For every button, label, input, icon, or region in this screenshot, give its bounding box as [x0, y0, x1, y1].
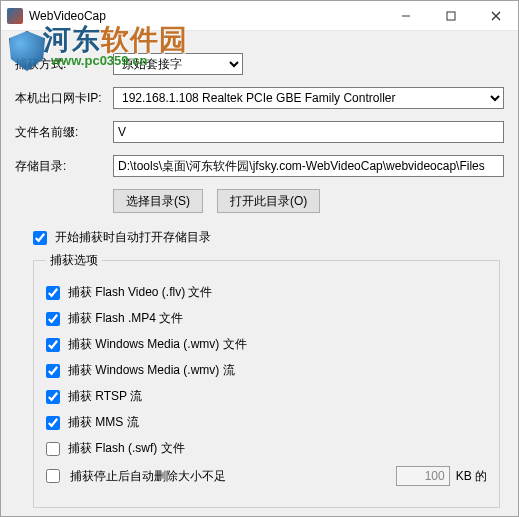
capture-mp4-checkbox[interactable] — [46, 312, 60, 326]
capture-wmv-file-row[interactable]: 捕获 Windows Media (.wmv) 文件 — [46, 336, 487, 353]
kb-suffix-label: KB 的 — [456, 468, 487, 485]
nic-label: 本机出口网卡IP: — [15, 90, 105, 107]
maximize-icon — [446, 11, 456, 21]
capture-swf-row[interactable]: 捕获 Flash (.swf) 文件 — [46, 440, 487, 457]
capture-rtsp-row[interactable]: 捕获 RTSP 流 — [46, 388, 487, 405]
filename-prefix-input[interactable] — [113, 121, 504, 143]
capture-swf-checkbox[interactable] — [46, 442, 60, 456]
titlebar: WebVideoCap — [1, 1, 518, 31]
capture-wmv-stream-label: 捕获 Windows Media (.wmv) 流 — [68, 362, 235, 379]
app-window: WebVideoCap 河东软件园 www.pc0359.cn 捕获方式: 原始… — [0, 0, 519, 517]
minimize-icon — [401, 11, 411, 21]
capture-options-legend: 捕获选项 — [46, 252, 102, 269]
close-icon — [491, 11, 501, 21]
capture-mms-row[interactable]: 捕获 MMS 流 — [46, 414, 487, 431]
auto-open-folder-checkbox[interactable] — [33, 231, 47, 245]
capture-options-group: 捕获选项 捕获 Flash Video (.flv) 文件 捕获 Flash .… — [33, 252, 500, 508]
capture-method-label: 捕获方式: — [15, 56, 105, 73]
nic-select[interactable]: 192.168.1.108 Realtek PCIe GBE Family Co… — [113, 87, 504, 109]
filename-prefix-label: 文件名前缀: — [15, 124, 105, 141]
capture-flv-label: 捕获 Flash Video (.flv) 文件 — [68, 284, 212, 301]
capture-rtsp-checkbox[interactable] — [46, 390, 60, 404]
auto-delete-checkbox[interactable] — [46, 469, 60, 483]
window-title: WebVideoCap — [29, 9, 106, 23]
auto-open-folder-label: 开始捕获时自动打开存储目录 — [55, 229, 211, 246]
capture-wmv-stream-row[interactable]: 捕获 Windows Media (.wmv) 流 — [46, 362, 487, 379]
app-icon — [7, 8, 23, 24]
open-folder-button[interactable]: 打开此目录(O) — [217, 189, 320, 213]
capture-rtsp-label: 捕获 RTSP 流 — [68, 388, 142, 405]
svg-rect-1 — [447, 12, 455, 20]
capture-wmv-file-label: 捕获 Windows Media (.wmv) 文件 — [68, 336, 247, 353]
capture-mms-checkbox[interactable] — [46, 416, 60, 430]
minimize-button[interactable] — [383, 1, 428, 31]
capture-wmv-stream-checkbox[interactable] — [46, 364, 60, 378]
capture-mms-label: 捕获 MMS 流 — [68, 414, 139, 431]
capture-method-select[interactable]: 原始套接字 — [113, 53, 243, 75]
capture-wmv-file-checkbox[interactable] — [46, 338, 60, 352]
choose-folder-button[interactable]: 选择目录(S) — [113, 189, 203, 213]
capture-flv-checkbox[interactable] — [46, 286, 60, 300]
storage-folder-label: 存储目录: — [15, 158, 105, 175]
capture-mp4-row[interactable]: 捕获 Flash .MP4 文件 — [46, 310, 487, 327]
auto-open-folder-row[interactable]: 开始捕获时自动打开存储目录 — [33, 229, 504, 246]
storage-folder-input[interactable] — [113, 155, 504, 177]
close-button[interactable] — [473, 1, 518, 31]
auto-delete-label: 捕获停止后自动删除大小不足 — [70, 468, 226, 485]
capture-swf-label: 捕获 Flash (.swf) 文件 — [68, 440, 185, 457]
capture-mp4-label: 捕获 Flash .MP4 文件 — [68, 310, 183, 327]
min-size-input — [396, 466, 450, 486]
maximize-button[interactable] — [428, 1, 473, 31]
capture-flv-row[interactable]: 捕获 Flash Video (.flv) 文件 — [46, 284, 487, 301]
content-area: 捕获方式: 原始套接字 本机出口网卡IP: 192.168.1.108 Real… — [1, 31, 518, 517]
